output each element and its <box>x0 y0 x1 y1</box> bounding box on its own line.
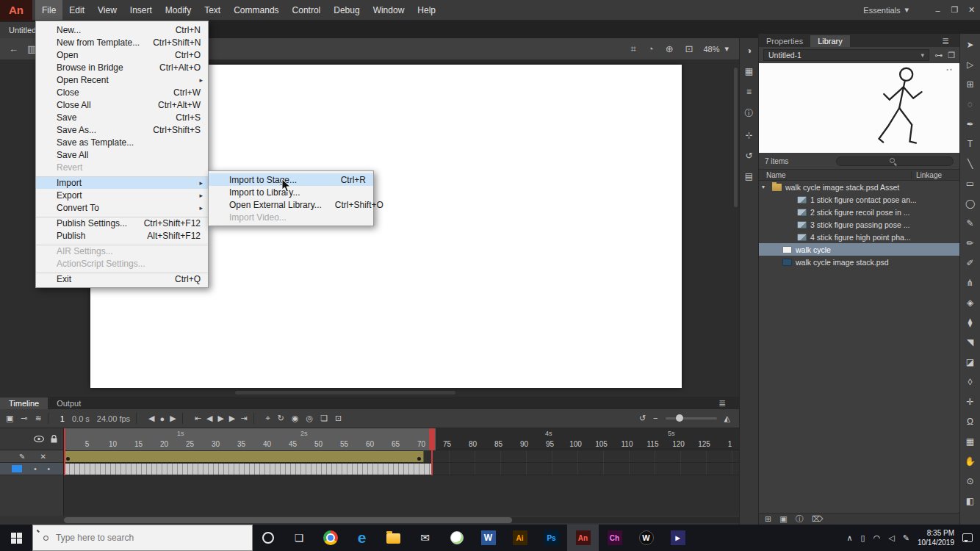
subselection-tool[interactable]: ▷ <box>967 60 973 71</box>
file-menu-item[interactable]: Publish Settings... Ctrl+Shift+F12 <box>36 217 208 229</box>
preview-options-icons[interactable]: • ▪ <box>946 66 952 73</box>
layer-2-frames[interactable] <box>64 463 739 475</box>
file-menu-item[interactable]: Revert <box>36 161 208 173</box>
new-library-panel-icon[interactable]: ❐ <box>948 51 955 60</box>
photoshop-icon[interactable]: Ps <box>536 525 567 551</box>
task-view-button[interactable]: ❏ <box>284 525 314 551</box>
file-menu-item[interactable]: New... Ctrl+N <box>36 24 208 36</box>
pen-tool[interactable]: ✒ <box>966 119 973 130</box>
action-center-icon[interactable] <box>962 533 973 542</box>
workspace-switcher[interactable]: Essentials ▾ <box>863 5 909 15</box>
animate-icon[interactable]: An <box>567 525 599 551</box>
back-arrow-icon[interactable]: ← <box>9 43 18 54</box>
library-item[interactable]: 2 stick figure recoil pose in ... <box>759 206 959 218</box>
media-app-icon[interactable] <box>441 525 472 551</box>
onion-skin-icon[interactable]: ◉ <box>292 414 299 423</box>
search-input[interactable] <box>56 533 232 543</box>
play-button[interactable]: ▶ <box>217 414 223 423</box>
file-menu-item[interactable]: Exit Ctrl+Q <box>36 273 208 285</box>
file-menu-item[interactable]: Import <box>36 176 208 189</box>
go-to-first-frame-icon[interactable]: ⇤ <box>195 414 201 423</box>
colors-swatch[interactable]: ◧ <box>966 496 974 507</box>
volume-icon[interactable]: ◁ <box>888 533 894 543</box>
battery-icon[interactable]: ▯ <box>861 533 865 543</box>
zoom-in-frames-icon[interactable]: ◭ <box>724 414 730 423</box>
import-submenu-item[interactable]: Import to Library... <box>209 186 373 198</box>
character-animator-icon[interactable]: Ch <box>599 525 630 551</box>
timeline-zoom-slider[interactable] <box>666 417 717 419</box>
panel-menu-icon[interactable]: ≣ <box>942 36 949 46</box>
tween-span[interactable] <box>64 451 424 462</box>
taskbar-search[interactable] <box>32 525 253 551</box>
camera-tool[interactable]: ▦ <box>966 436 974 447</box>
import-submenu-item[interactable]: Import to Stage... Ctrl+R <box>209 173 373 186</box>
line-tool[interactable]: ╲ <box>968 159 973 170</box>
lasso-tool[interactable]: ◌ <box>968 99 973 110</box>
new-symbol-icon[interactable]: ⊞ <box>765 514 771 524</box>
illustrator-icon[interactable]: Ai <box>504 525 536 551</box>
outline-toggle-icon[interactable]: ✕ <box>40 453 46 461</box>
rectangle-tool[interactable]: ▭ <box>966 179 974 190</box>
frame-ruler[interactable]: 1s2s4s5s 5101520253035404550556065707580… <box>64 428 739 450</box>
transform-panel-icon[interactable]: ⊹ <box>745 130 752 140</box>
library-search-field[interactable] <box>836 156 954 166</box>
info-panel-icon[interactable]: ⓘ <box>745 107 754 120</box>
menu-item[interactable]: Text <box>198 0 227 20</box>
file-menu-item[interactable]: Open Recent <box>36 73 208 86</box>
network-icon[interactable]: ◠ <box>873 533 881 543</box>
onion-skin-outlines-icon[interactable]: ◎ <box>306 414 314 423</box>
history-panel-icon[interactable]: ↺ <box>745 151 752 161</box>
loop-icon[interactable]: ↻ <box>278 414 284 423</box>
zoom-level-select[interactable]: 48% ▾ <box>703 44 729 54</box>
file-menu-item[interactable]: Save All <box>36 148 208 161</box>
playhead[interactable] <box>429 428 435 450</box>
paint-brush-tool[interactable]: ✐ <box>966 258 973 269</box>
close-button[interactable]: ✕ <box>963 0 980 21</box>
reset-timeline-zoom-icon[interactable]: ↺ <box>639 414 646 423</box>
menu-item[interactable]: Help <box>411 0 442 20</box>
pencil-tool[interactable]: ✎ <box>966 218 973 229</box>
motion-presets-panel-icon[interactable]: ▤ <box>745 171 753 181</box>
text-tool[interactable]: T <box>968 139 973 150</box>
tab-output[interactable]: Output <box>48 397 90 409</box>
layer-1-frames[interactable] <box>64 450 739 463</box>
file-menu-item[interactable]: Convert To <box>36 201 208 214</box>
previous-frame-icon[interactable]: ◀ <box>206 414 212 423</box>
hand-tool[interactable]: ✋ <box>965 456 976 467</box>
file-menu-item[interactable]: Close All Ctrl+Alt+W <box>36 98 208 111</box>
library-item[interactable]: walk cycle image stack.psd Asset <box>759 181 959 193</box>
lock-icon[interactable] <box>51 435 57 443</box>
menu-item[interactable]: View <box>91 0 123 20</box>
hidden-icons-chevron[interactable]: ∧ <box>847 533 853 543</box>
oval-tool[interactable]: ◯ <box>965 198 975 209</box>
minimize-button[interactable]: – <box>929 0 946 21</box>
file-menu-item[interactable]: Save as Template... <box>36 136 208 148</box>
column-name[interactable]: Name <box>759 171 911 179</box>
horizontal-scrollbar[interactable] <box>235 391 455 395</box>
go-to-last-frame-icon[interactable]: ⇥ <box>240 414 247 423</box>
step-forward-icon[interactable]: ▶ <box>170 414 176 423</box>
column-linkage[interactable]: Linkage <box>911 171 959 179</box>
frame-rate[interactable]: 24.00 fps <box>97 414 130 423</box>
file-menu-item[interactable]: Browse in Bridge Ctrl+Alt+O <box>36 61 208 73</box>
selection-tool[interactable]: ➤ <box>966 40 973 51</box>
library-item[interactable]: walk cycle image stack.psd <box>759 256 959 268</box>
file-menu-item[interactable]: New from Template... Ctrl+Shift+N <box>36 36 208 48</box>
pin-camera-icon[interactable]: ⌗ <box>630 43 635 55</box>
cortana-button[interactable] <box>253 525 284 551</box>
tab-properties[interactable]: Properties <box>759 35 810 47</box>
menu-item[interactable]: Insert <box>123 0 159 20</box>
frames-area[interactable]: 1s2s4s5s 5101520253035404550556065707580… <box>64 428 739 516</box>
brush-tool[interactable]: ✏ <box>966 238 973 249</box>
file-menu-item[interactable]: AIR Settings... <box>36 245 208 257</box>
vertical-scrollbar[interactable] <box>734 68 738 207</box>
pen-icon[interactable]: ✎ <box>903 533 909 543</box>
timeline-scrollbar[interactable] <box>64 517 739 523</box>
layer-parenting-icon[interactable]: ⊸ <box>21 414 27 423</box>
ink-bottle-tool[interactable]: ⧫ <box>968 317 973 328</box>
video-app-icon[interactable]: ▶ <box>662 525 693 551</box>
timeline-panel-menu-icon[interactable]: ≣ <box>718 398 726 408</box>
tab-library[interactable]: Library <box>810 35 850 47</box>
wacom-icon[interactable]: W <box>630 525 662 551</box>
taskbar-clock[interactable]: 8:35 PM 10/14/2019 <box>918 528 954 547</box>
